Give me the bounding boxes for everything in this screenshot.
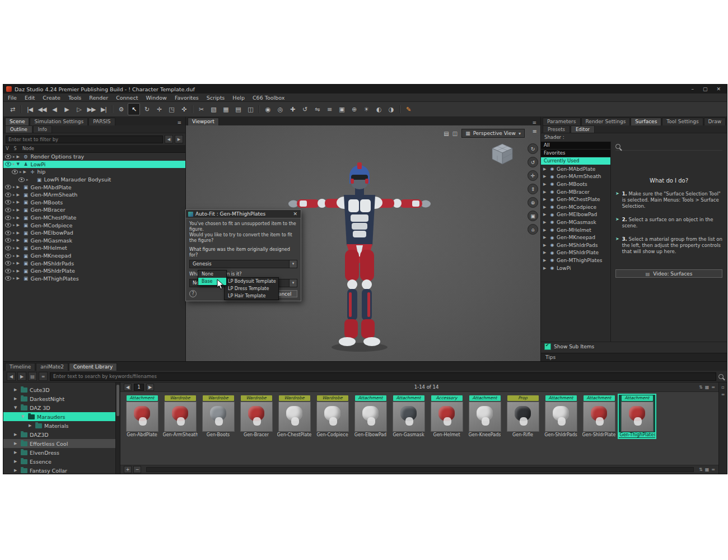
minimize-button[interactable]: – [691, 86, 694, 92]
surface-group-row[interactable]: Gen-MHelmet [541, 226, 610, 234]
surface-filter-item[interactable]: Favorites [541, 150, 610, 157]
expand-caret-icon[interactable] [543, 212, 548, 217]
expand-caret-icon[interactable] [543, 197, 548, 202]
surface-filter-item[interactable]: All [541, 142, 610, 150]
expand-caret-icon[interactable] [543, 235, 548, 240]
selectability-pointer-icon[interactable]: ▸ [13, 162, 15, 166]
menu-item[interactable]: Render [89, 95, 108, 101]
expand-caret-icon[interactable] [17, 193, 21, 197]
show-sub-items-checkbox[interactable] [544, 343, 551, 350]
panel-tab[interactable]: Content Library [69, 363, 117, 371]
surface-group-row[interactable]: Gen-MAbdPlate [541, 165, 610, 173]
visibility-eye-icon[interactable] [5, 185, 11, 189]
selectability-pointer-icon[interactable]: ▸ [13, 238, 15, 242]
visibility-eye-icon[interactable] [5, 208, 11, 212]
scene-node-row[interactable]: ▸ Gen-MShldrPads [3, 259, 185, 267]
dropdown-option[interactable]: LP Hair Template [225, 292, 278, 300]
expand-caret-icon[interactable] [24, 170, 28, 174]
pan-view-icon[interactable]: ✛ [528, 170, 538, 181]
dialog-title-bar[interactable]: Auto-Fit : Gen-MThighPlates ✕ [186, 210, 301, 218]
scene-node-row[interactable]: ▸ Gen-MHelmet [3, 244, 185, 252]
viewport-menu-icon[interactable] [530, 120, 539, 125]
horizontal-scrollbar[interactable] [146, 467, 694, 472]
folder-row[interactable]: Cute3D [3, 385, 120, 394]
camera-cycle-icon[interactable]: ◫ [452, 130, 458, 137]
content-search-input[interactable] [50, 372, 716, 381]
step-back-icon[interactable]: ◀ [49, 104, 60, 115]
close-button[interactable]: ✕ [716, 86, 721, 92]
visibility-eye-icon[interactable] [5, 223, 11, 227]
panel-options-icon[interactable]: ≡ [721, 392, 725, 397]
selectability-pointer-icon[interactable]: ▸ [13, 216, 15, 220]
expand-caret-icon[interactable] [543, 250, 548, 255]
visibility-eye-icon[interactable] [5, 238, 11, 242]
expand-caret-icon[interactable] [17, 246, 21, 250]
step-forward-icon[interactable]: ▷ [73, 104, 85, 115]
frame-selection-icon[interactable]: ▣ [336, 104, 347, 115]
panel-menu-icon[interactable] [175, 120, 184, 125]
expand-caret-icon[interactable] [543, 190, 548, 194]
panel-tab[interactable]: Surfaces [631, 118, 661, 125]
sort-icon[interactable]: ⇅ [699, 385, 703, 390]
viewport-options-icon[interactable] [533, 128, 537, 134]
dropdown-option[interactable]: None [198, 270, 226, 278]
folder-row[interactable]: DAZ3D [3, 430, 120, 439]
expand-caret-icon[interactable] [14, 396, 18, 401]
expand-caret-icon[interactable] [543, 182, 548, 186]
folder-row[interactable]: DAZ 3D [3, 403, 120, 412]
scene-node-row[interactable]: ▸ Gen-MBoots [3, 199, 185, 207]
expand-caret-icon[interactable] [14, 388, 18, 392]
expand-caret-icon[interactable] [14, 468, 18, 473]
symmetry-icon[interactable]: ⇋ [311, 104, 323, 115]
panel-tab[interactable]: Parameters [543, 118, 581, 125]
filter-next-icon[interactable]: ▶ [175, 135, 183, 143]
list-view-icon[interactable]: ≡ [711, 385, 715, 390]
folder-view-icon[interactable]: ▤ [28, 372, 37, 381]
selectability-pointer-icon[interactable]: ▸ [20, 170, 22, 174]
surface-group-row[interactable]: Gen-MShldrPads [541, 241, 610, 249]
subtab[interactable]: Info [33, 125, 52, 133]
folder-row[interactable]: Fantasy Collar [3, 466, 120, 474]
orbit-view-icon[interactable]: ↻ [528, 143, 538, 154]
menu-item[interactable]: C66 Toolbox [253, 95, 284, 101]
scene-navigator-icon[interactable]: ⇄ [7, 104, 18, 115]
selectability-pointer-icon[interactable]: ▸ [26, 178, 29, 182]
content-item[interactable]: Attachment Gen-ElbowPad [352, 395, 389, 438]
visibility-eye-icon[interactable] [5, 276, 11, 281]
page-prev-icon[interactable]: ◀ [124, 384, 132, 391]
detach-panel-icon[interactable]: ▫ [721, 385, 724, 390]
page-number[interactable]: 1 [134, 384, 144, 391]
folder-row[interactable]: Effortless Cool [3, 439, 120, 448]
expand-caret-icon[interactable] [17, 231, 21, 235]
fast-forward-icon[interactable]: ▶▶ [86, 104, 97, 115]
scene-node-row[interactable]: ▸ Gen-MKneepad [3, 252, 185, 260]
expand-caret-icon[interactable] [17, 216, 21, 220]
scale-tool-icon[interactable]: ◳ [166, 104, 177, 115]
panel-tab[interactable]: Scene [5, 118, 29, 125]
expand-caret-icon[interactable] [543, 174, 548, 179]
orientation-cube[interactable] [490, 142, 515, 166]
content-item[interactable]: Wardrobe Gen-Boots [200, 395, 236, 438]
expand-caret-icon[interactable] [17, 254, 21, 258]
surface-group-row[interactable]: Gen-MThighPlates [541, 256, 610, 264]
expand-caret-icon[interactable] [543, 258, 548, 263]
scene-node-row[interactable]: ▸ Gen-MElbowPad [3, 229, 185, 237]
surface-group-row[interactable]: Gen-MGasmask [541, 218, 610, 226]
filter-prev-icon[interactable]: ◀ [165, 135, 173, 143]
geometry-editor-icon[interactable]: ✂ [195, 104, 207, 115]
toolbar-button[interactable] [110, 104, 114, 114]
visibility-eye-icon[interactable] [5, 254, 11, 258]
scene-node-row[interactable]: ▸ Gen-MBracer [3, 206, 185, 214]
surface-search-bar[interactable] [615, 143, 722, 151]
title-bar[interactable]: Daz Studio 4.24 Premier Publishing Build… [3, 85, 727, 94]
toolbar-button[interactable] [19, 104, 23, 114]
expand-caret-icon[interactable] [17, 269, 21, 273]
expand-caret-icon[interactable] [543, 243, 548, 248]
sort-icon[interactable]: ⇅ [699, 467, 703, 472]
dropdown-option[interactable]: LP Dress Template [225, 285, 278, 292]
play-icon[interactable]: ▶ [61, 104, 72, 115]
add-button[interactable]: + [124, 466, 132, 473]
expand-caret-icon[interactable] [17, 185, 21, 189]
dialog-close-icon[interactable]: ✕ [292, 211, 298, 217]
selectability-pointer-icon[interactable]: ▸ [13, 231, 15, 235]
